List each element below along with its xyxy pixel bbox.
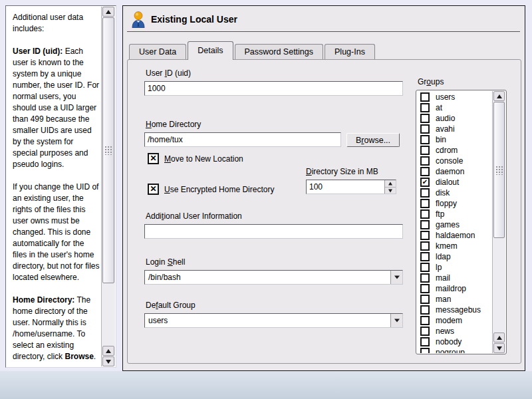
group-checkbox[interactable] (420, 284, 430, 293)
group-name: haldaemon (436, 231, 475, 240)
group-checkbox[interactable] (420, 305, 430, 315)
group-row[interactable]: ftp (417, 209, 492, 219)
group-name: cdrom (436, 146, 458, 155)
move-to-new-location-row[interactable]: ✕ Move to New Location (148, 153, 243, 164)
group-checkbox[interactable] (420, 209, 430, 219)
group-row[interactable]: haldaemon (417, 230, 492, 241)
group-row[interactable]: messagebus (417, 305, 492, 315)
group-checkbox[interactable] (420, 295, 430, 304)
arrow-up-icon (497, 94, 502, 98)
scroll-up-button-bottom[interactable] (102, 346, 114, 356)
group-name: ftp (436, 209, 444, 219)
tab-details[interactable]: Details (188, 41, 233, 60)
additional-info-label: Additional User Information (146, 211, 242, 221)
group-row[interactable]: audio (417, 113, 492, 124)
group-checkbox[interactable] (420, 167, 430, 176)
group-name: lp (436, 263, 442, 272)
groups-scrollbar[interactable] (492, 91, 505, 353)
login-shell-combobox[interactable]: /bin/bash (144, 270, 403, 285)
group-row[interactable]: kmem (417, 241, 492, 251)
additional-info-input[interactable] (144, 224, 403, 239)
group-checkbox[interactable] (420, 241, 430, 251)
group-row[interactable]: at (417, 102, 492, 113)
group-row[interactable]: news (417, 326, 492, 336)
group-checkbox[interactable] (420, 199, 430, 208)
home-directory-input[interactable] (144, 132, 341, 147)
group-row[interactable]: disk (417, 188, 492, 198)
group-checkbox[interactable] (420, 92, 430, 102)
group-checkbox[interactable] (420, 146, 430, 155)
group-row[interactable]: cdrom (417, 145, 492, 156)
use-encrypted-home-row[interactable]: ✕ Use Encrypted Home Directory (148, 184, 274, 195)
help-scrollbar[interactable] (101, 7, 115, 366)
tab-user-data[interactable]: User Data (129, 44, 186, 59)
move-to-new-location-checkbox[interactable]: ✕ (148, 153, 159, 164)
spin-up-button[interactable] (385, 180, 396, 187)
group-row[interactable]: ✔dialout (417, 177, 492, 188)
group-name: avahi (436, 124, 455, 134)
group-name: kmem (436, 241, 458, 251)
group-row[interactable]: nogroup (417, 347, 492, 353)
group-name: dialout (436, 178, 459, 187)
group-row[interactable]: floppy (417, 198, 492, 209)
directory-size-spinbox[interactable]: 100 (306, 180, 396, 194)
combo-dropdown-button[interactable] (390, 271, 402, 284)
group-row[interactable]: daemon (417, 166, 492, 177)
scroll-up-button-bottom[interactable] (493, 332, 505, 342)
arrow-down-icon (497, 346, 502, 350)
groups-list[interactable]: usersataudioavahibincdromconsoledaemon✔d… (416, 90, 507, 354)
group-row[interactable]: nobody (417, 336, 492, 347)
browse-button[interactable]: Browse... (346, 133, 400, 147)
group-row[interactable]: maildrop (417, 283, 492, 294)
group-row[interactable]: modem (417, 315, 492, 326)
group-checkbox[interactable] (420, 337, 430, 346)
group-row[interactable]: lp (417, 262, 492, 273)
tab-plug-ins[interactable]: Plug-Ins (325, 44, 375, 59)
group-checkbox[interactable] (420, 220, 430, 229)
group-checkbox[interactable] (420, 327, 430, 336)
group-row[interactable]: games (417, 219, 492, 230)
group-checkbox[interactable] (420, 124, 430, 134)
group-row[interactable]: ldap (417, 251, 492, 262)
group-name: games (436, 220, 460, 229)
group-checkbox[interactable] (420, 156, 430, 166)
combo-dropdown-button[interactable] (390, 314, 402, 327)
scroll-down-button[interactable] (493, 343, 505, 353)
group-checkbox[interactable] (420, 252, 430, 261)
use-encrypted-home-checkbox[interactable]: ✕ (148, 184, 159, 195)
user-id-input[interactable] (144, 81, 403, 96)
group-checkbox[interactable] (420, 188, 430, 198)
scroll-up-button[interactable] (102, 7, 114, 17)
arrow-up-icon (388, 182, 392, 186)
scrollbar-thumb[interactable] (102, 17, 114, 283)
scroll-up-button[interactable] (493, 91, 505, 101)
tab-password-settings[interactable]: Password Settings (235, 44, 324, 59)
group-checkbox[interactable] (420, 316, 430, 325)
group-name: daemon (436, 167, 464, 176)
group-checkbox[interactable] (420, 348, 430, 353)
login-shell-value: /bin/bash (148, 273, 181, 282)
group-row[interactable]: bin (417, 134, 492, 145)
group-row[interactable]: avahi (417, 124, 492, 134)
group-row[interactable]: users (417, 92, 492, 102)
group-row[interactable]: mail (417, 273, 492, 283)
arrow-up-icon (106, 349, 111, 353)
group-checkbox[interactable] (420, 114, 430, 123)
arrow-up-icon (106, 10, 111, 14)
group-checkbox[interactable] (420, 135, 430, 144)
group-row[interactable]: console (417, 156, 492, 166)
home-directory-label: Home Directory (146, 120, 201, 129)
default-group-combobox[interactable]: users (144, 313, 403, 328)
group-checkbox[interactable] (420, 273, 430, 283)
group-name: users (436, 92, 455, 102)
group-checkbox[interactable] (420, 103, 430, 112)
scrollbar-thumb[interactable] (493, 102, 505, 238)
group-checkbox[interactable] (420, 263, 430, 272)
group-checkbox[interactable]: ✔ (420, 178, 430, 187)
group-row[interactable]: man (417, 294, 492, 305)
arrow-down-icon (388, 190, 392, 193)
group-checkbox[interactable] (420, 231, 430, 240)
title-separator (127, 31, 520, 32)
scroll-down-button[interactable] (102, 356, 114, 366)
spin-down-button[interactable] (385, 187, 396, 194)
